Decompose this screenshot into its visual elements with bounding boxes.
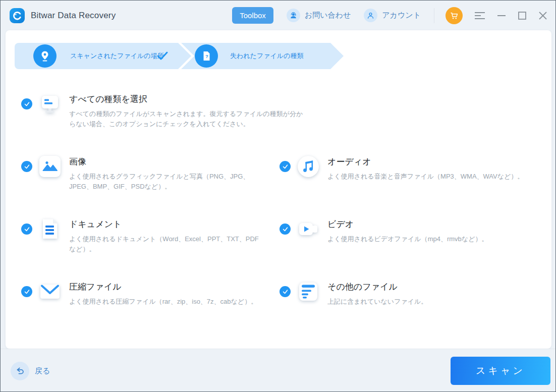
file-type-title: 画像 (69, 156, 259, 167)
checkbox-images-checked[interactable] (21, 161, 32, 172)
video-play-icon (296, 217, 320, 241)
contact-button[interactable]: お問い合わせ (287, 9, 351, 22)
file-type-title: オーディオ (327, 156, 524, 167)
cart-button[interactable] (446, 7, 463, 24)
wizard-steps: スキャンされたファイルの場所 ? 失われたファイルの種類 (15, 43, 344, 69)
file-type-title: その他のファイル (327, 281, 427, 293)
document-icon (38, 217, 62, 241)
maximize-icon (518, 11, 527, 20)
back-arrow-icon (11, 362, 29, 380)
step1-label: スキャンされたファイルの場所 (70, 43, 164, 69)
file-type-item-images[interactable]: 画像 よく使用されるグラフィックファイルと写真（PNG、JPG、JPEG、BMP… (21, 154, 259, 192)
close-button[interactable] (538, 11, 547, 20)
file-type-item-video[interactable]: ビデオ よく使用されるビデオファイル（mp4、rmvbなど）。 (280, 217, 488, 244)
all-types-monitor-icon (38, 92, 62, 116)
file-type-item-documents[interactable]: ドキュメント よく使用されるドキュメント（Word、Excel、PPT、TXT、… (21, 217, 259, 254)
file-type-description: 上記に含まれていないファイル。 (327, 297, 427, 307)
titlebar-right-cluster: Toolbox お問い合わせ アカウント (232, 7, 547, 24)
step2-label: 失われたファイルの種類 (230, 43, 303, 69)
maximize-button[interactable] (518, 11, 527, 20)
location-pin-icon (33, 44, 57, 68)
checkbox-other-checked[interactable] (280, 286, 291, 297)
checkbox-video-checked[interactable] (280, 223, 291, 235)
contact-label: お問い合わせ (305, 11, 351, 20)
audio-note-icon (296, 154, 320, 179)
toolbox-button[interactable]: Toolbox (232, 7, 273, 24)
file-type-title: ドキュメント (69, 218, 259, 230)
file-type-title: ビデオ (327, 218, 488, 230)
menu-button[interactable] (474, 11, 485, 20)
file-type-description: よく使用されるグラフィックファイルと写真（PNG、JPG、JPEG、BMP、GI… (69, 172, 259, 192)
main-content-card: スキャンされたファイルの場所 ? 失われたファイルの種類 (6, 30, 551, 349)
account-person-icon (364, 9, 377, 22)
hamburger-menu-icon (474, 11, 485, 20)
checkbox-archives-checked[interactable] (21, 286, 32, 297)
app-logo-icon (10, 8, 25, 23)
file-type-title: 圧縮ファイル (69, 281, 257, 293)
minimize-icon (497, 11, 506, 20)
back-button[interactable]: 戻る (11, 362, 50, 380)
archive-envelope-icon (38, 279, 62, 304)
file-type-description: すべての種類のファイルがスキャンされます。復元するファイルの種類が分からない場合… (69, 109, 307, 129)
file-type-item-all[interactable]: すべての種類を選択 すべての種類のファイルがスキャンされます。復元するファイルの… (21, 92, 307, 129)
title-bar: Bitwar Data Recovery Toolbox お問い合わせ (1, 1, 555, 30)
image-icon (38, 154, 62, 179)
file-type-title: すべての種類を選択 (69, 93, 307, 105)
scan-button[interactable]: スキャン (451, 357, 550, 385)
titlebar-divider (434, 8, 434, 23)
file-question-icon: ? (195, 44, 218, 68)
file-type-item-archives[interactable]: 圧縮ファイル よく使用される圧縮ファイル（rar、zip、iso、7z、cabな… (21, 279, 257, 307)
checkbox-documents-checked[interactable] (21, 223, 32, 235)
file-type-description: よく使用されるビデオファイル（mp4、rmvbなど）。 (327, 234, 488, 244)
back-label: 戻る (35, 366, 50, 376)
checkbox-audio-checked[interactable] (280, 161, 291, 172)
other-files-list-icon (296, 279, 320, 304)
close-icon (538, 11, 547, 20)
checkbox-all-checked[interactable] (21, 98, 32, 109)
support-headset-icon (287, 9, 300, 22)
step1-completed-check-icon (156, 51, 169, 63)
file-type-description: よく使用される音楽と音声ファイル（MP3、WMA、WAVなど）。 (327, 172, 524, 182)
app-title: Bitwar Data Recovery (31, 11, 116, 21)
file-type-description: よく使用されるドキュメント（Word、Excel、PPT、TXT、PDFなど）。 (69, 234, 259, 254)
account-button[interactable]: アカウント (364, 9, 421, 22)
account-label: アカウント (382, 11, 421, 20)
file-type-item-audio[interactable]: オーディオ よく使用される音楽と音声ファイル（MP3、WMA、WAVなど）。 (280, 154, 524, 182)
minimize-button[interactable] (497, 11, 506, 20)
file-type-item-other[interactable]: その他のファイル 上記に含まれていないファイル。 (280, 279, 427, 307)
svg-text:?: ? (205, 53, 208, 59)
cart-icon (450, 11, 459, 20)
footer-bar: 戻る スキャン (1, 349, 556, 392)
file-type-description: よく使用される圧縮ファイル（rar、zip、iso、7z、cabなど）。 (69, 297, 257, 307)
